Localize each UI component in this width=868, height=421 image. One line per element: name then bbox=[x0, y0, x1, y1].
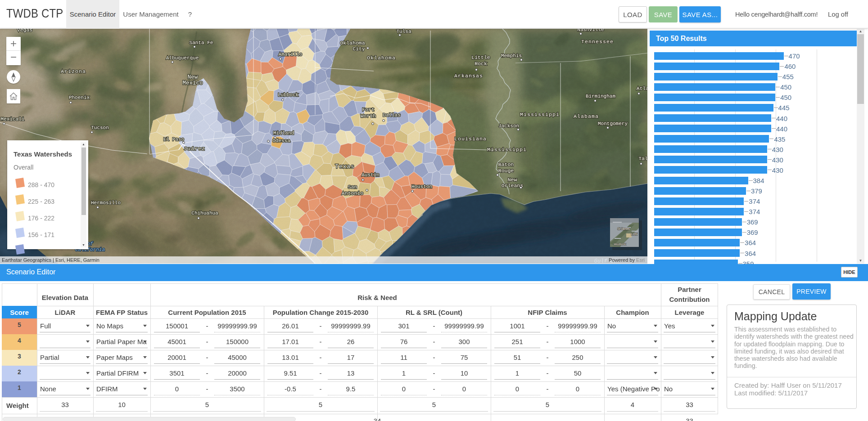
svg-text:MILLBANK: MILLBANK bbox=[614, 243, 626, 246]
svg-text:LON: LON bbox=[631, 233, 637, 236]
svg-text:St James: St James bbox=[617, 227, 630, 230]
